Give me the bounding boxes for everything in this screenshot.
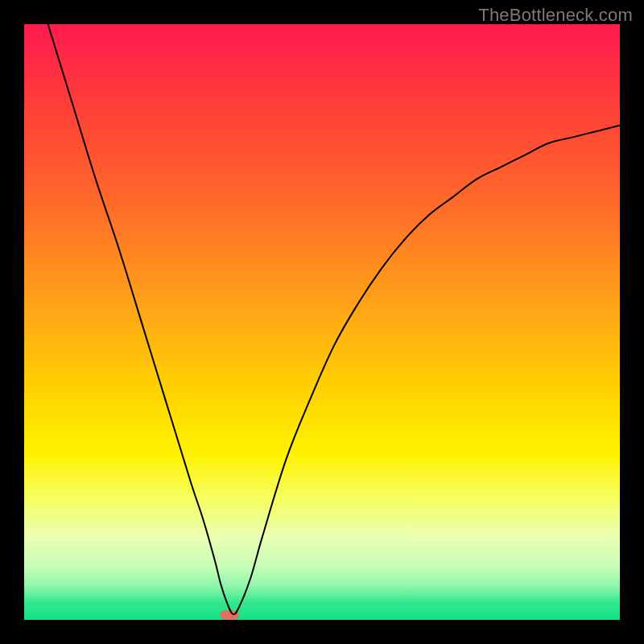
chart-frame: TheBottleneck.com (0, 0, 644, 644)
bottleneck-chart (24, 24, 620, 620)
gradient-background (24, 24, 620, 620)
watermark-text: TheBottleneck.com (478, 5, 633, 26)
plot-area (24, 24, 620, 620)
